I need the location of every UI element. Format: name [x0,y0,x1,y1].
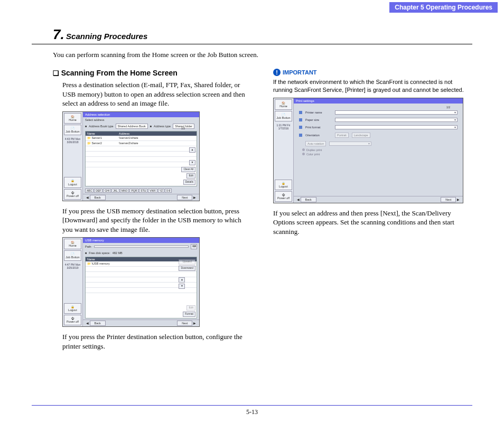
alpha-row: ABCDEFGHIJKLMNOPQRSTUVWXYZ0-9 [83,187,199,194]
mock1-r0-addr: \\server1\share [119,136,138,140]
btn-downward: Downward [179,266,195,271]
sb-logout: 🔒Logout [64,177,81,187]
mock3-back: Back [301,197,316,202]
sb3-logout: 🔒Logout [275,180,292,190]
dd-paper [335,118,458,122]
print-settings-screenshot: 🏠Home 📄Job Button 1:21 PM Fri 1/7/2016 🔒… [273,98,463,203]
sb2-power: ⏻Power off [64,315,81,325]
scroll-up2-icon: ▲ [179,277,185,283]
right-p1: If you select an address and then press … [273,209,472,237]
left-p1: Press a destination selection (E-mail, F… [62,80,252,108]
scroll-down-icon: ▼ [189,160,195,165]
dd-copies [329,142,371,146]
address-selection-screenshot: 🏠Home 📄Job Button 4:43 PM Mon 3/26/2018 … [62,111,200,201]
sb3-job: 📄Job Button [275,111,292,121]
scroll-up-icon: ▲ [189,147,195,153]
row-paper: Paper size [305,118,332,121]
mock2-free-label: Free disk space: [89,251,110,255]
scroll-down2-icon: ▼ [179,284,185,289]
sb-home: 🏠Home [64,113,81,124]
mock1-back: Back [90,195,106,200]
sb-power: ⏻Power off [64,189,81,200]
mock1-title: Address selection [83,112,199,117]
btn-clear-all: Clear All [181,167,195,172]
section-heading: 7. Scanning Procedures [32,26,472,44]
sb2-logout: 🔒Logout [64,303,81,314]
mock1-th-name: Name [87,132,119,135]
sb3-home: 🏠Home [275,99,292,110]
left-p3: If you press the Printer destination sel… [62,332,252,351]
mock2-r0: \USB memory [92,262,110,265]
sb2-job: 📄Job Button [64,250,81,261]
subheading-scanning-home: Scanning From the Home Screen [53,69,252,77]
chapter-header: Chapter 5 Operating Procedures [389,2,498,13]
sb3-time: 1:21 PM Fri 1/7/2016 [275,123,292,131]
mock2-back: Back [90,321,106,326]
mock2-path-label: Path: [85,245,92,248]
page-number: 5-13 [0,408,504,416]
row-color: Color print [306,153,320,156]
btn-details: Details [183,180,195,185]
mock1-select-address: Select address [85,118,104,121]
row-duplex: Duplex print [306,148,322,152]
sb-time: 4:43 PM Mon 3/26/2018 [64,136,81,145]
mock3-title: Print settings [294,98,463,104]
btn-upward: Upward [179,259,195,265]
sb-job: 📄Job Button [64,125,81,135]
sb2-home: 🏠Home [64,239,81,249]
mock1-r1-addr: \\server2\share [119,142,138,145]
sb3-power: ⏻Power off [275,191,292,202]
intro-text: You can perform scanning from the Home s… [53,51,472,59]
row-orientation: Orientation [305,134,332,137]
dd-format [335,125,458,129]
mock1-th-address: Address [119,132,129,135]
keyboard-icon: ⌨ [191,244,197,249]
sb2-time: 4:47 PM Mon 3/25/2019 [64,262,81,270]
btn-landscape: Landscape [352,133,370,138]
btn-format: Format [183,312,195,317]
btn-auto-rotation: Auto rotation [305,141,326,146]
row-format: Print format [305,126,332,129]
btn-edit2: Edit [186,305,195,311]
mock2-path-input [94,246,189,248]
mock2-title: USB memory [83,238,199,243]
important-icon: ! [273,69,281,76]
mock2-free-value: 482 MB [113,251,123,255]
important-label: IMPORTANT [283,69,317,76]
mock1-r1-name: Server2 [92,142,102,145]
usb-memory-screenshot: 🏠Home 📄Job Button 4:47 PM Mon 3/25/2019 … [62,237,200,327]
btn-edit: Edit [186,173,195,179]
mock1-r0-name: Server1 [92,136,102,139]
section-title: Scanning Procedures [66,32,147,41]
footer-rule [32,405,472,406]
mock3-next: Next [441,197,456,202]
mock1-next: Next [177,195,192,200]
row-printer: Printer name [305,111,332,114]
important-text: If the network environment to which the … [273,78,472,95]
mock1-ab-type-value: Shared Address Book [116,124,148,129]
mock1-count: 1/2 [181,127,185,130]
btn-portrait: Portrait [335,133,349,138]
section-number: 7. [32,26,64,42]
left-p2: If you press the USB memory destination … [62,206,252,234]
mock2-th-name: Name [87,258,119,261]
mock2-next: Next [177,321,192,326]
mock1-ab-type-label: Address Book type [89,125,113,128]
mock1-addr-type-label: Address type [154,125,171,128]
dd-printer [335,110,458,115]
